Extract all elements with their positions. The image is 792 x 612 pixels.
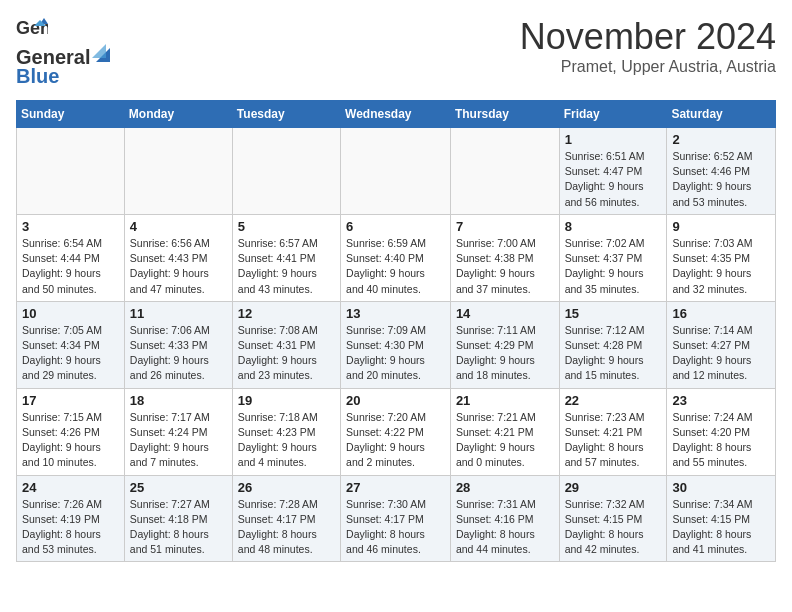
calendar-cell: 23Sunrise: 7:24 AM Sunset: 4:20 PM Dayli…	[667, 388, 776, 475]
day-number: 18	[130, 393, 227, 408]
day-number: 29	[565, 480, 662, 495]
day-info: Sunrise: 7:18 AM Sunset: 4:23 PM Dayligh…	[238, 410, 335, 471]
month-title: November 2024	[520, 16, 776, 58]
day-number: 23	[672, 393, 770, 408]
calendar-cell: 15Sunrise: 7:12 AM Sunset: 4:28 PM Dayli…	[559, 301, 667, 388]
day-number: 24	[22, 480, 119, 495]
svg-marker-4	[92, 44, 106, 58]
calendar-cell: 10Sunrise: 7:05 AM Sunset: 4:34 PM Dayli…	[17, 301, 125, 388]
day-number: 30	[672, 480, 770, 495]
day-info: Sunrise: 7:09 AM Sunset: 4:30 PM Dayligh…	[346, 323, 445, 384]
header-sunday: Sunday	[17, 101, 125, 128]
location-title: Pramet, Upper Austria, Austria	[520, 58, 776, 76]
calendar-cell	[341, 128, 451, 215]
calendar-cell: 26Sunrise: 7:28 AM Sunset: 4:17 PM Dayli…	[232, 475, 340, 562]
logo-blue: Blue	[16, 65, 59, 88]
day-info: Sunrise: 6:56 AM Sunset: 4:43 PM Dayligh…	[130, 236, 227, 297]
header-wednesday: Wednesday	[341, 101, 451, 128]
calendar-cell: 4Sunrise: 6:56 AM Sunset: 4:43 PM Daylig…	[124, 214, 232, 301]
day-number: 1	[565, 132, 662, 147]
calendar-cell: 21Sunrise: 7:21 AM Sunset: 4:21 PM Dayli…	[450, 388, 559, 475]
day-number: 14	[456, 306, 554, 321]
day-number: 4	[130, 219, 227, 234]
day-info: Sunrise: 7:05 AM Sunset: 4:34 PM Dayligh…	[22, 323, 119, 384]
day-info: Sunrise: 7:26 AM Sunset: 4:19 PM Dayligh…	[22, 497, 119, 558]
day-number: 2	[672, 132, 770, 147]
calendar-week-5: 24Sunrise: 7:26 AM Sunset: 4:19 PM Dayli…	[17, 475, 776, 562]
calendar-cell	[17, 128, 125, 215]
calendar-cell: 25Sunrise: 7:27 AM Sunset: 4:18 PM Dayli…	[124, 475, 232, 562]
day-number: 26	[238, 480, 335, 495]
day-info: Sunrise: 7:24 AM Sunset: 4:20 PM Dayligh…	[672, 410, 770, 471]
calendar-cell: 29Sunrise: 7:32 AM Sunset: 4:15 PM Dayli…	[559, 475, 667, 562]
calendar-cell: 11Sunrise: 7:06 AM Sunset: 4:33 PM Dayli…	[124, 301, 232, 388]
calendar-cell	[124, 128, 232, 215]
day-info: Sunrise: 6:51 AM Sunset: 4:47 PM Dayligh…	[565, 149, 662, 210]
day-info: Sunrise: 7:34 AM Sunset: 4:15 PM Dayligh…	[672, 497, 770, 558]
calendar-cell: 16Sunrise: 7:14 AM Sunset: 4:27 PM Dayli…	[667, 301, 776, 388]
logo-icon: General	[16, 16, 48, 44]
day-info: Sunrise: 6:59 AM Sunset: 4:40 PM Dayligh…	[346, 236, 445, 297]
day-info: Sunrise: 7:31 AM Sunset: 4:16 PM Dayligh…	[456, 497, 554, 558]
day-info: Sunrise: 7:03 AM Sunset: 4:35 PM Dayligh…	[672, 236, 770, 297]
header-friday: Friday	[559, 101, 667, 128]
calendar-week-1: 1Sunrise: 6:51 AM Sunset: 4:47 PM Daylig…	[17, 128, 776, 215]
header-monday: Monday	[124, 101, 232, 128]
day-info: Sunrise: 7:21 AM Sunset: 4:21 PM Dayligh…	[456, 410, 554, 471]
day-info: Sunrise: 6:52 AM Sunset: 4:46 PM Dayligh…	[672, 149, 770, 210]
day-info: Sunrise: 7:02 AM Sunset: 4:37 PM Dayligh…	[565, 236, 662, 297]
day-info: Sunrise: 7:17 AM Sunset: 4:24 PM Dayligh…	[130, 410, 227, 471]
day-info: Sunrise: 7:27 AM Sunset: 4:18 PM Dayligh…	[130, 497, 227, 558]
calendar-cell: 22Sunrise: 7:23 AM Sunset: 4:21 PM Dayli…	[559, 388, 667, 475]
calendar-header-row: SundayMondayTuesdayWednesdayThursdayFrid…	[17, 101, 776, 128]
calendar-cell: 18Sunrise: 7:17 AM Sunset: 4:24 PM Dayli…	[124, 388, 232, 475]
day-number: 25	[130, 480, 227, 495]
day-info: Sunrise: 7:11 AM Sunset: 4:29 PM Dayligh…	[456, 323, 554, 384]
day-number: 13	[346, 306, 445, 321]
calendar-cell: 17Sunrise: 7:15 AM Sunset: 4:26 PM Dayli…	[17, 388, 125, 475]
day-number: 8	[565, 219, 662, 234]
day-info: Sunrise: 7:20 AM Sunset: 4:22 PM Dayligh…	[346, 410, 445, 471]
header-tuesday: Tuesday	[232, 101, 340, 128]
calendar-table: SundayMondayTuesdayWednesdayThursdayFrid…	[16, 100, 776, 562]
calendar-cell: 30Sunrise: 7:34 AM Sunset: 4:15 PM Dayli…	[667, 475, 776, 562]
day-number: 21	[456, 393, 554, 408]
header-thursday: Thursday	[450, 101, 559, 128]
day-info: Sunrise: 7:06 AM Sunset: 4:33 PM Dayligh…	[130, 323, 227, 384]
logo: General General Blue	[16, 16, 112, 88]
day-number: 12	[238, 306, 335, 321]
day-info: Sunrise: 7:00 AM Sunset: 4:38 PM Dayligh…	[456, 236, 554, 297]
day-info: Sunrise: 7:14 AM Sunset: 4:27 PM Dayligh…	[672, 323, 770, 384]
calendar-cell: 3Sunrise: 6:54 AM Sunset: 4:44 PM Daylig…	[17, 214, 125, 301]
calendar-week-3: 10Sunrise: 7:05 AM Sunset: 4:34 PM Dayli…	[17, 301, 776, 388]
calendar-cell	[450, 128, 559, 215]
calendar-cell: 2Sunrise: 6:52 AM Sunset: 4:46 PM Daylig…	[667, 128, 776, 215]
day-number: 28	[456, 480, 554, 495]
day-number: 7	[456, 219, 554, 234]
day-number: 20	[346, 393, 445, 408]
calendar-cell: 12Sunrise: 7:08 AM Sunset: 4:31 PM Dayli…	[232, 301, 340, 388]
calendar-cell: 5Sunrise: 6:57 AM Sunset: 4:41 PM Daylig…	[232, 214, 340, 301]
day-number: 19	[238, 393, 335, 408]
header-saturday: Saturday	[667, 101, 776, 128]
calendar-cell: 6Sunrise: 6:59 AM Sunset: 4:40 PM Daylig…	[341, 214, 451, 301]
day-number: 3	[22, 219, 119, 234]
day-number: 16	[672, 306, 770, 321]
day-info: Sunrise: 6:54 AM Sunset: 4:44 PM Dayligh…	[22, 236, 119, 297]
day-info: Sunrise: 7:15 AM Sunset: 4:26 PM Dayligh…	[22, 410, 119, 471]
day-info: Sunrise: 6:57 AM Sunset: 4:41 PM Dayligh…	[238, 236, 335, 297]
day-number: 27	[346, 480, 445, 495]
calendar-cell: 7Sunrise: 7:00 AM Sunset: 4:38 PM Daylig…	[450, 214, 559, 301]
calendar-cell: 24Sunrise: 7:26 AM Sunset: 4:19 PM Dayli…	[17, 475, 125, 562]
calendar-cell: 13Sunrise: 7:09 AM Sunset: 4:30 PM Dayli…	[341, 301, 451, 388]
calendar-cell: 28Sunrise: 7:31 AM Sunset: 4:16 PM Dayli…	[450, 475, 559, 562]
day-number: 15	[565, 306, 662, 321]
calendar-cell: 20Sunrise: 7:20 AM Sunset: 4:22 PM Dayli…	[341, 388, 451, 475]
day-number: 9	[672, 219, 770, 234]
day-number: 17	[22, 393, 119, 408]
logo-triangle	[92, 44, 112, 64]
day-number: 5	[238, 219, 335, 234]
calendar-cell: 8Sunrise: 7:02 AM Sunset: 4:37 PM Daylig…	[559, 214, 667, 301]
calendar-cell: 19Sunrise: 7:18 AM Sunset: 4:23 PM Dayli…	[232, 388, 340, 475]
day-info: Sunrise: 7:30 AM Sunset: 4:17 PM Dayligh…	[346, 497, 445, 558]
